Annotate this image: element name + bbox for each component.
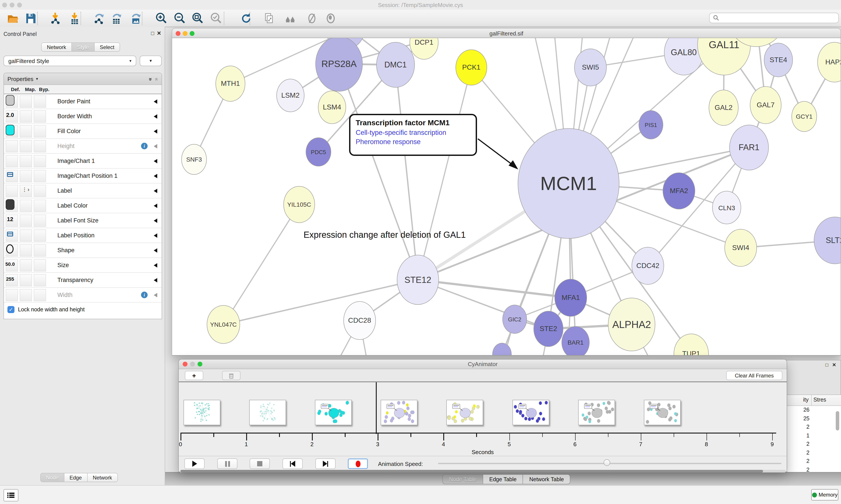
open-session-icon[interactable] <box>5 11 20 26</box>
record-button[interactable] <box>348 458 368 469</box>
property-row-image-chart-1[interactable]: Image/Chart 1 <box>4 154 162 168</box>
property-cell[interactable] <box>34 95 46 108</box>
style-selector[interactable]: galFiltered Style ▾ <box>3 56 136 66</box>
expand-row-icon[interactable] <box>154 129 157 133</box>
table-cell[interactable]: 2 <box>806 458 809 464</box>
network-node-ynl047c[interactable]: YNL047C <box>207 305 240 344</box>
annotation-link[interactable]: Pheromone response <box>356 138 470 146</box>
property-cell[interactable] <box>34 259 46 271</box>
cyanimator-timeline[interactable]: 0123456789 Seconds <box>179 382 787 456</box>
info-icon[interactable]: i <box>141 292 148 298</box>
tab-edge-table[interactable]: Edge Table <box>483 474 523 484</box>
expand-row-icon[interactable] <box>154 204 157 208</box>
expand-row-icon[interactable] <box>154 100 157 104</box>
property-cell[interactable] <box>6 289 18 301</box>
tab-select[interactable]: Select <box>94 42 120 52</box>
position-icon[interactable] <box>7 232 13 236</box>
tab-network[interactable]: Network <box>41 42 72 52</box>
network-node-pdc5[interactable]: PDC5 <box>306 138 331 166</box>
timeline-playhead[interactable] <box>376 382 376 434</box>
add-frame-button[interactable]: + <box>185 371 203 380</box>
float-panel-icon[interactable]: □ <box>151 30 155 36</box>
property-cell[interactable] <box>34 170 46 182</box>
property-cell[interactable] <box>20 230 32 242</box>
info-icon[interactable]: i <box>141 143 148 149</box>
expand-row-icon[interactable] <box>154 144 157 148</box>
tab-style[interactable]: Style <box>72 42 94 52</box>
import-network-icon[interactable] <box>48 11 62 26</box>
timeline-scrollbar[interactable] <box>180 470 786 472</box>
property-cell[interactable] <box>6 185 18 197</box>
property-cell[interactable] <box>34 289 46 301</box>
tab-node[interactable]: Node <box>40 473 64 482</box>
property-cell[interactable] <box>20 259 32 271</box>
default-value-text[interactable]: 2.0 <box>4 112 16 118</box>
network-node-alpha2[interactable]: ALPHA2 <box>608 298 655 351</box>
zoom-in-icon[interactable] <box>154 11 168 26</box>
tab-network[interactable]: Network <box>87 473 118 482</box>
property-cell[interactable] <box>34 140 46 152</box>
properties-header[interactable]: Properties ▾ » « <box>4 73 162 85</box>
property-cell[interactable] <box>34 215 46 227</box>
export-image-icon[interactable] <box>128 11 143 26</box>
property-row-shape[interactable]: Shape <box>4 243 162 258</box>
clear-all-frames-button[interactable]: Clear All Frames <box>726 371 782 380</box>
property-cell[interactable] <box>20 200 32 212</box>
property-cell[interactable] <box>20 289 32 301</box>
frame-thumbnail-0[interactable] <box>183 400 220 425</box>
column-header[interactable]: ity <box>803 397 809 403</box>
frame-thumbnail-2[interactable] <box>315 400 352 425</box>
default-value-swatch[interactable] <box>6 125 15 135</box>
network-node-pck1[interactable]: PCK1 <box>455 50 487 85</box>
property-cell[interactable] <box>34 185 46 197</box>
network-node-gcy1[interactable]: GCY1 <box>791 101 817 132</box>
network-node-swi4[interactable]: SWI4 <box>724 229 757 267</box>
export-network-icon[interactable] <box>92 11 106 26</box>
property-cell[interactable] <box>6 155 18 167</box>
frame-thumbnail-3[interactable] <box>381 400 418 425</box>
property-cell[interactable] <box>34 230 46 242</box>
default-value-text[interactable]: 12 <box>4 216 16 222</box>
table-cell[interactable]: 2 <box>806 467 809 472</box>
default-value-text[interactable]: 255 <box>4 276 16 282</box>
property-row-label-color[interactable]: Label Color <box>4 198 162 213</box>
memory-button[interactable]: Memory <box>811 489 838 501</box>
network-node-mfa2[interactable]: MFA2 <box>663 173 695 209</box>
network-node-snf3[interactable]: SNF3 <box>181 144 207 175</box>
close-panel-icon[interactable]: ✕ <box>157 30 161 36</box>
network-node-mth1[interactable]: MTH1 <box>215 66 245 102</box>
collapse-all-icon[interactable]: « <box>154 77 160 80</box>
property-row-fill-color[interactable]: Fill Color <box>4 124 162 139</box>
network-node-cdc42[interactable]: CDC42 <box>632 247 664 285</box>
property-cell[interactable] <box>20 140 32 152</box>
property-cell[interactable] <box>20 110 32 123</box>
close-panel-icon[interactable]: ✕ <box>832 362 836 368</box>
hide-selected-icon[interactable] <box>304 11 319 26</box>
property-row-size[interactable]: 50.0Size <box>4 258 162 273</box>
network-edge[interactable] <box>418 68 471 280</box>
network-node-rps28a[interactable]: RPS28A <box>315 38 363 91</box>
expand-row-icon[interactable] <box>154 263 157 268</box>
network-node-dmc1[interactable]: DMC1 <box>376 42 415 88</box>
property-cell[interactable] <box>20 244 32 257</box>
property-cell[interactable] <box>20 95 32 108</box>
network-node-swi5[interactable]: SWI5 <box>574 49 607 86</box>
property-cell[interactable] <box>6 140 18 152</box>
property-cell[interactable] <box>20 125 32 138</box>
property-cell[interactable] <box>34 155 46 167</box>
property-row-label[interactable]: ⋮›Label <box>4 183 162 198</box>
table-cell[interactable]: 2 <box>806 449 809 456</box>
first-neighbors-icon[interactable] <box>283 11 298 26</box>
first-frame-button[interactable] <box>283 458 303 469</box>
property-row-border-paint[interactable]: Border Paint <box>4 94 162 109</box>
play-button[interactable] <box>184 458 204 469</box>
property-row-label-font-size[interactable]: 12Label Font Size <box>4 213 162 228</box>
zoom-selected-icon[interactable] <box>209 11 223 26</box>
network-node-ste12[interactable]: STE12 <box>397 255 439 305</box>
property-cell[interactable] <box>34 244 46 257</box>
property-row-border-width[interactable]: 2.0Border Width <box>4 109 162 124</box>
expand-row-icon[interactable] <box>154 114 157 119</box>
import-table-icon[interactable] <box>67 11 82 26</box>
network-node-gal2[interactable]: GAL2 <box>709 90 738 126</box>
timeline-scrollbar-thumb[interactable] <box>180 470 763 472</box>
